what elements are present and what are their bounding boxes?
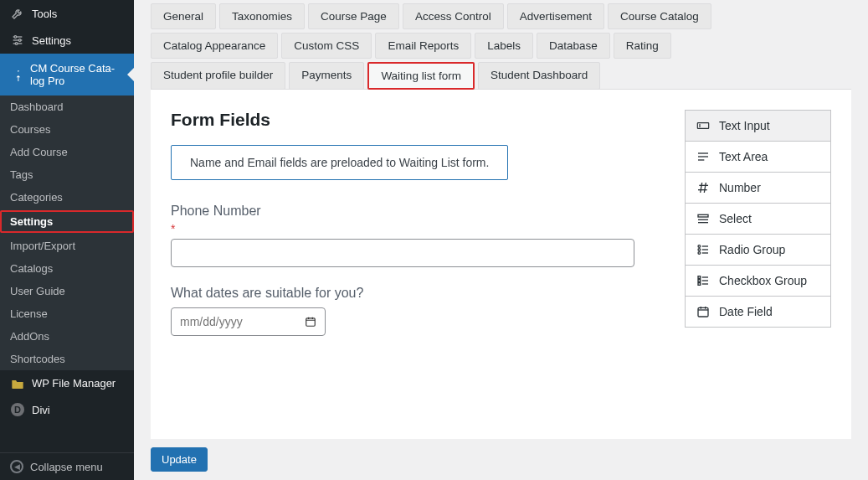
radio-list-icon	[696, 243, 711, 256]
submenu-addons[interactable]: AddOns	[0, 325, 134, 348]
tab-custom-css[interactable]: Custom CSS	[281, 33, 372, 59]
menu-label: WP File Manager	[32, 377, 116, 390]
submenu-settings[interactable]: Settings	[0, 210, 134, 233]
content-wrap: Form Fields Name and Email fields are pr…	[151, 89, 851, 439]
palette-label: Number	[719, 181, 761, 194]
svg-rect-30	[698, 307, 708, 317]
submenu-shortcodes[interactable]: Shortcodes	[0, 348, 134, 370]
date-input[interactable]	[171, 307, 326, 336]
menu-divi[interactable]: D Divi	[0, 396, 134, 423]
checkbox-list-icon	[696, 274, 711, 287]
d-icon: D	[10, 403, 25, 416]
tab-course-catalog[interactable]: Course Catalog	[608, 3, 711, 29]
tab-waiting-list-form[interactable]: Waiting list form	[367, 62, 475, 90]
tab-taxonomies[interactable]: Taxonomies	[219, 3, 305, 29]
tab-general[interactable]: General	[151, 3, 216, 29]
form-fields-area: Form Fields Name and Email fields are pr…	[171, 110, 634, 439]
submenu-import-export[interactable]: Import/Export	[0, 235, 134, 257]
menu-label: Settings	[32, 34, 71, 47]
submenu-catalogs[interactable]: Catalogs	[0, 257, 134, 280]
palette-text-input[interactable]: Text Input	[686, 111, 830, 142]
palette-text-area[interactable]: Text Area	[686, 142, 830, 173]
menu-cm-course-catalog[interactable]: CM Course Cata­log Pro	[0, 54, 134, 95]
tabs-area: General Taxonomies Course Page Access Co…	[134, 0, 868, 93]
svg-point-5	[15, 43, 18, 45]
text-cursor-icon	[696, 120, 711, 132]
tab-row-3: Student profile builder Payments Waiting…	[151, 62, 851, 90]
field-label: Phone Number	[171, 204, 634, 219]
svg-rect-15	[698, 214, 708, 217]
menu-label: CM Course Cata­log Pro	[30, 62, 124, 87]
collapse-menu[interactable]: ◀ Collapse menu	[0, 452, 134, 480]
submenu-license[interactable]: License	[0, 302, 134, 325]
palette-radio-group[interactable]: Radio Group	[686, 235, 830, 266]
page-title: Form Fields	[171, 110, 634, 130]
field-label: What dates are suitable for you?	[171, 286, 634, 301]
submenu-dashboard[interactable]: Dashboard	[0, 95, 134, 118]
menu-settings-top[interactable]: Settings	[0, 27, 134, 54]
sliders-icon	[10, 34, 25, 47]
tab-row-2: Catalog Appearance Custom CSS Email Repo…	[151, 33, 851, 59]
svg-rect-26	[698, 283, 701, 286]
menu-label: Tools	[32, 8, 57, 20]
palette-label: Text Area	[719, 150, 768, 163]
field-phone-number: Phone Number *	[171, 204, 634, 267]
collapse-icon: ◀	[10, 460, 23, 473]
required-indicator: *	[171, 222, 634, 235]
palette-label: Select	[719, 212, 752, 225]
list-icon	[696, 213, 711, 225]
field-dates: What dates are suitable for you?	[171, 286, 634, 336]
admin-sidebar: Tools Settings CM Course Cata­log Pro Da…	[0, 0, 134, 480]
palette-date-field[interactable]: Date Field	[686, 297, 830, 327]
submenu-user-guide[interactable]: User Guide	[0, 280, 134, 302]
svg-line-14	[704, 183, 706, 193]
field-palette: Text Input Text Area Number Select	[685, 110, 831, 328]
svg-rect-24	[698, 276, 701, 279]
palette-number[interactable]: Number	[686, 173, 830, 204]
tab-row-1: General Taxonomies Course Page Access Co…	[151, 3, 851, 29]
tab-student-profile-builder[interactable]: Student profile builder	[151, 62, 285, 90]
pin-icon	[10, 68, 23, 81]
calendar-icon	[696, 305, 711, 318]
palette-label: Date Field	[719, 305, 773, 318]
tab-advertisement[interactable]: Advertisement	[507, 3, 604, 29]
submenu-tags[interactable]: Tags	[0, 163, 134, 186]
hash-icon	[696, 181, 711, 194]
palette-label: Radio Group	[719, 243, 785, 256]
collapse-label: Collapse menu	[30, 461, 103, 473]
palette-checkbox-group[interactable]: Checkbox Group	[686, 266, 830, 297]
wrench-icon	[10, 7, 25, 20]
submenu-categories[interactable]: Categories	[0, 186, 134, 209]
svg-point-20	[698, 252, 701, 255]
palette-label: Checkbox Group	[719, 274, 807, 287]
main-content: General Taxonomies Course Page Access Co…	[134, 0, 868, 480]
lines-icon	[696, 151, 711, 163]
palette-select[interactable]: Select	[686, 204, 830, 235]
update-button[interactable]: Update	[151, 447, 208, 472]
svg-point-18	[698, 245, 701, 248]
svg-line-13	[701, 183, 702, 193]
info-box: Name and Email fields are preloaded to W…	[171, 145, 508, 180]
svg-rect-6	[697, 123, 708, 129]
bottom-bar: Update	[134, 439, 868, 480]
tab-access-control[interactable]: Access Control	[403, 3, 504, 29]
tab-database[interactable]: Database	[537, 33, 610, 59]
phone-input[interactable]	[171, 239, 634, 267]
tab-course-page[interactable]: Course Page	[308, 3, 399, 29]
menu-label: Divi	[32, 404, 50, 416]
tab-email-reports[interactable]: Email Reports	[375, 33, 471, 59]
menu-wp-file-manager[interactable]: WP File Manager	[0, 370, 134, 396]
folder-icon	[10, 378, 25, 390]
submenu-add-course[interactable]: Add Course	[0, 141, 134, 163]
tab-student-dashboard[interactable]: Student Dashboard	[478, 62, 600, 90]
menu-tools[interactable]: Tools	[0, 0, 134, 27]
svg-point-19	[698, 249, 701, 251]
tab-payments[interactable]: Payments	[289, 62, 364, 90]
tab-rating[interactable]: Rating	[614, 33, 671, 59]
submenu: Dashboard Courses Add Course Tags Catego…	[0, 95, 134, 370]
submenu-courses[interactable]: Courses	[0, 118, 134, 141]
svg-point-3	[14, 36, 17, 39]
svg-rect-25	[698, 280, 701, 282]
tab-catalog-appearance[interactable]: Catalog Appearance	[151, 33, 278, 59]
tab-labels[interactable]: Labels	[475, 33, 533, 59]
